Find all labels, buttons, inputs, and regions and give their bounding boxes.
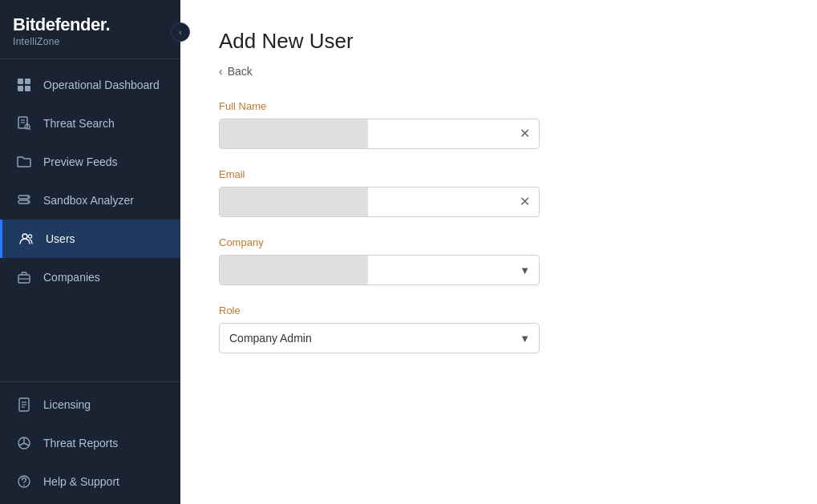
svg-point-13	[22, 234, 27, 239]
pie-chart-icon	[16, 435, 32, 451]
svg-point-11	[27, 196, 29, 198]
question-circle-icon	[16, 474, 32, 490]
database-icon	[16, 192, 32, 208]
sidebar-item-companies[interactable]: Companies	[0, 258, 180, 296]
back-chevron-icon: ‹	[219, 65, 223, 78]
page-title: Add New User	[219, 29, 779, 54]
role-select-wrapper: Company Admin User Admin ▼	[219, 323, 540, 353]
company-select[interactable]	[219, 255, 540, 285]
brand-subtitle: IntelliZone	[13, 36, 168, 47]
svg-line-8	[29, 128, 30, 130]
sidebar-item-label: Operational Dashboard	[43, 79, 160, 91]
sidebar-item-label: Preview Feeds	[43, 155, 118, 168]
brand-name: Bitdefender.	[13, 14, 110, 35]
nav-items: Operational Dashboard Threat Search	[0, 59, 180, 381]
sidebar-item-threat-search[interactable]: Threat Search	[0, 104, 180, 143]
collapse-sidebar-button[interactable]: ‹	[171, 22, 190, 42]
role-label: Role	[219, 304, 779, 317]
svg-point-23	[23, 485, 25, 486]
back-label: Back	[228, 65, 253, 78]
email-input-wrapper: ✕	[219, 187, 540, 217]
full-name-clear-button[interactable]: ✕	[518, 126, 532, 142]
sidebar-item-threat-reports[interactable]: Threat Reports	[0, 424, 180, 462]
sidebar-header: Bitdefender. IntelliZone	[0, 0, 180, 59]
briefcase-icon	[16, 269, 32, 285]
sidebar-item-label: Threat Search	[43, 117, 115, 130]
full-name-group: Full Name ✕	[219, 100, 779, 149]
sidebar-item-licensing[interactable]: Licensing	[0, 385, 180, 424]
svg-rect-1	[25, 79, 30, 84]
sidebar-item-label: Help & Support	[43, 475, 119, 488]
sidebar-item-label: Users	[46, 232, 75, 245]
sidebar-item-label: Threat Reports	[43, 437, 118, 450]
sidebar-item-users[interactable]: Users	[0, 220, 180, 258]
sidebar-item-label: Licensing	[43, 398, 91, 411]
role-select[interactable]: Company Admin User Admin	[219, 323, 540, 353]
nav-bottom: Licensing Threat Reports	[0, 381, 180, 504]
collapse-icon: ‹	[179, 27, 182, 37]
sidebar-item-sandbox-analyzer[interactable]: Sandbox Analyzer	[0, 181, 180, 220]
email-input[interactable]	[219, 187, 540, 217]
full-name-input[interactable]	[219, 119, 540, 149]
folder-icon	[16, 154, 32, 170]
role-group: Role Company Admin User Admin ▼	[219, 304, 779, 353]
back-link[interactable]: ‹ Back	[219, 65, 779, 78]
doc-text-icon	[16, 397, 32, 413]
full-name-input-wrapper: ✕	[219, 119, 540, 149]
sidebar-item-preview-feeds[interactable]: Preview Feeds	[0, 143, 180, 181]
company-select-wrapper: ▼	[219, 255, 540, 285]
sidebar-item-label: Sandbox Analyzer	[43, 194, 134, 207]
svg-rect-3	[25, 86, 30, 91]
main-content: Add New User ‹ Back Full Name ✕ Email ✕ …	[180, 0, 817, 504]
svg-point-14	[28, 235, 31, 238]
svg-rect-0	[18, 79, 23, 84]
grid-icon	[16, 77, 32, 93]
brand-logo: Bitdefender.	[13, 14, 168, 35]
email-label: Email	[219, 168, 779, 180]
sidebar-item-help-support[interactable]: Help & Support	[0, 462, 180, 501]
sidebar-item-operational-dashboard[interactable]: Operational Dashboard	[0, 66, 180, 104]
email-group: Email ✕	[219, 168, 779, 217]
full-name-label: Full Name	[219, 100, 779, 112]
email-clear-button[interactable]: ✕	[518, 194, 532, 210]
company-group: Company ▼	[219, 236, 779, 285]
company-label: Company	[219, 236, 779, 248]
sidebar: Bitdefender. IntelliZone ‹ Operational D…	[0, 0, 180, 504]
svg-point-12	[27, 201, 29, 203]
users-icon	[18, 231, 34, 247]
sidebar-item-label: Companies	[43, 271, 100, 284]
svg-rect-2	[18, 86, 23, 91]
search-doc-icon	[16, 115, 32, 131]
